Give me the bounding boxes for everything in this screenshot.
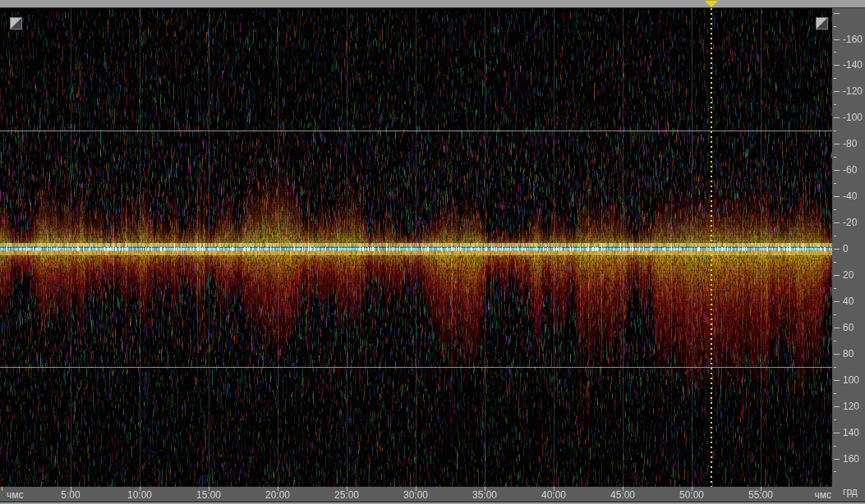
y-tick-label: 120 (843, 401, 864, 411)
top-ruler-bar[interactable] (0, 0, 865, 8)
y-axis-unit-label: грд (843, 486, 858, 497)
cursor-marker-icon[interactable] (705, 1, 718, 7)
y-tick (834, 236, 836, 236)
y-tick (834, 419, 836, 420)
y-tick (834, 104, 836, 105)
x-tick (2, 487, 2, 491)
y-tick (834, 157, 836, 158)
y-tick (834, 301, 840, 302)
y-tick-label: -160 (843, 34, 864, 44)
y-tick-label: -20 (843, 218, 864, 227)
y-tick (834, 341, 836, 341)
y-tick-label: 60 (843, 323, 864, 332)
y-tick (834, 91, 840, 92)
x-tick-label: 15:00 (191, 489, 227, 501)
y-tick-label: 140 (843, 428, 864, 438)
y-tick-label: -80 (843, 139, 864, 149)
y-tick (834, 170, 840, 171)
y-tick (834, 354, 840, 355)
y-tick-label: -140 (843, 60, 864, 70)
y-tick (834, 288, 836, 289)
y-tick (834, 26, 836, 27)
y-tick (834, 209, 836, 210)
x-tick-label: 20:00 (260, 489, 296, 501)
resize-diagonal-icon[interactable] (10, 17, 22, 30)
y-tick-label: 20 (843, 270, 864, 280)
y-tick (834, 406, 840, 407)
y-tick (834, 52, 836, 53)
phase-display-window: грд -160-140-120-100-80-60-40-2002040608… (0, 0, 865, 504)
y-tick (834, 314, 836, 315)
y-tick (834, 144, 840, 144)
x-tick-label: 10:00 (122, 489, 158, 501)
x-tick-label: 45:00 (605, 489, 641, 501)
y-tick (834, 262, 836, 263)
x-tick-label: 5:00 (53, 489, 89, 501)
y-tick (834, 65, 840, 66)
x-tick-label: 40:00 (536, 489, 572, 501)
x-axis: чмс чмс 5:0010:0015:0020:0025:0030:0035:… (0, 487, 832, 502)
y-tick-label: -120 (843, 86, 864, 96)
y-tick (834, 459, 840, 460)
y-axis: грд -160-140-120-100-80-60-40-2002040608… (832, 8, 865, 504)
y-tick (834, 275, 840, 276)
y-tick (834, 39, 840, 40)
y-tick (834, 13, 840, 14)
y-tick (834, 249, 840, 250)
x-tick-label: 35:00 (467, 489, 503, 501)
y-tick (834, 196, 840, 197)
x-tick-label: 55:00 (743, 489, 779, 501)
y-tick (834, 131, 836, 131)
y-tick (834, 367, 836, 368)
y-tick-label: 80 (843, 349, 864, 359)
y-tick-label: 0 (843, 244, 864, 254)
spectrogram-plot[interactable] (0, 8, 832, 487)
y-tick (834, 471, 836, 472)
y-tick-label: 40 (843, 296, 864, 306)
y-tick (834, 380, 840, 381)
y-tick-label: -40 (843, 191, 864, 201)
x-axis-unit-label-left: чмс (7, 489, 24, 501)
y-tick (834, 78, 836, 79)
y-tick-label: 160 (843, 454, 864, 464)
y-tick (834, 393, 836, 394)
y-tick (834, 222, 840, 223)
y-tick-label: 100 (843, 375, 864, 385)
resize-diagonal-icon[interactable] (816, 17, 828, 30)
x-axis-unit-label-right: чмс (808, 489, 831, 501)
y-tick-label: -100 (843, 112, 864, 122)
y-tick (834, 433, 840, 433)
cursor-line[interactable] (711, 8, 712, 487)
y-tick (834, 328, 840, 328)
y-tick (834, 446, 836, 447)
x-tick-label: 50:00 (674, 489, 710, 501)
x-tick-label: 25:00 (329, 489, 365, 501)
y-tick (834, 117, 840, 118)
x-tick-label: 30:00 (398, 489, 434, 501)
y-tick-label: -60 (843, 165, 864, 175)
y-tick (834, 183, 836, 184)
